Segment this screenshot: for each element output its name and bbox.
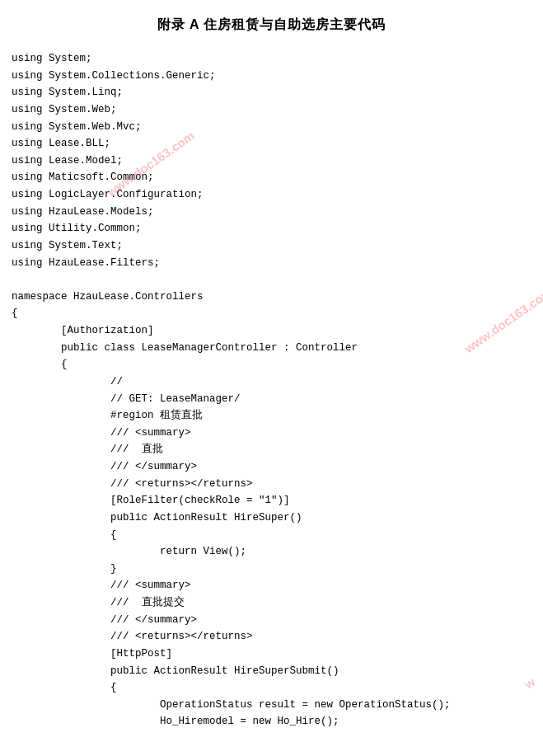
code-line: /// <returns></returns> bbox=[12, 476, 531, 493]
code-line: namespace HzauLease.Controllers bbox=[12, 289, 531, 306]
code-line: using System; bbox=[12, 50, 531, 68]
code-line: public ActionResult HireSuper() bbox=[12, 509, 531, 527]
code-line: using System.Web.Mvc; bbox=[12, 119, 531, 136]
page-title: 附录 A 住房租赁与自助选房主要代码 bbox=[12, 16, 531, 34]
code-line: } bbox=[12, 561, 531, 578]
code-line: using HzauLease.Models; bbox=[12, 204, 531, 221]
code-line: #region 租赁直批 bbox=[12, 407, 531, 425]
code-line: /// 直批 bbox=[12, 441, 531, 458]
code-block: using System;using System.Collections.Ge… bbox=[12, 50, 531, 730]
code-line: { bbox=[12, 679, 531, 697]
code-line: /// <summary> bbox=[12, 577, 531, 594]
code-line: using System.Linq; bbox=[12, 84, 531, 101]
code-line: [RoleFilter(checkRole = "1")] bbox=[12, 492, 531, 509]
code-line: using Maticsoft.Common; bbox=[12, 169, 531, 186]
code-line: OperationStatus result = new OperationSt… bbox=[12, 697, 531, 714]
code-line: // GET: LeaseManager/ bbox=[12, 391, 531, 408]
code-line: /// <returns></returns> bbox=[12, 628, 531, 646]
code-line: { bbox=[12, 305, 531, 322]
code-line: using Lease.BLL; bbox=[12, 135, 531, 153]
code-line: Ho_Hiremodel = new Ho_Hire(); bbox=[12, 713, 531, 730]
code-line: /// 直批提交 bbox=[12, 594, 531, 612]
code-line: using Lease.Model; bbox=[12, 153, 531, 170]
code-line: /// </summary> bbox=[12, 612, 531, 629]
page-container: www.doc163.com www.doc163.com w 附录 A 住房租… bbox=[0, 0, 543, 756]
code-line bbox=[12, 271, 531, 289]
code-line: /// </summary> bbox=[12, 458, 531, 476]
code-line: [HttpPost] bbox=[12, 646, 531, 663]
code-line: public ActionResult HireSuperSubmit() bbox=[12, 663, 531, 680]
code-line: public class LeaseManagerController : Co… bbox=[12, 340, 531, 357]
code-line: using HzauLease.Filters; bbox=[12, 255, 531, 272]
code-line: using LogicLayer.Configuration; bbox=[12, 186, 531, 204]
code-line: return View(); bbox=[12, 543, 531, 561]
code-line: { bbox=[12, 356, 531, 373]
code-line: [Authorization] bbox=[12, 322, 531, 340]
code-line: /// <summary> bbox=[12, 425, 531, 442]
code-line: { bbox=[12, 527, 531, 544]
code-line: // bbox=[12, 373, 531, 391]
code-line: using System.Web; bbox=[12, 101, 531, 119]
code-line: using Utility.Common; bbox=[12, 220, 531, 237]
code-line: using System.Collections.Generic; bbox=[12, 68, 531, 85]
code-line: using System.Text; bbox=[12, 237, 531, 255]
